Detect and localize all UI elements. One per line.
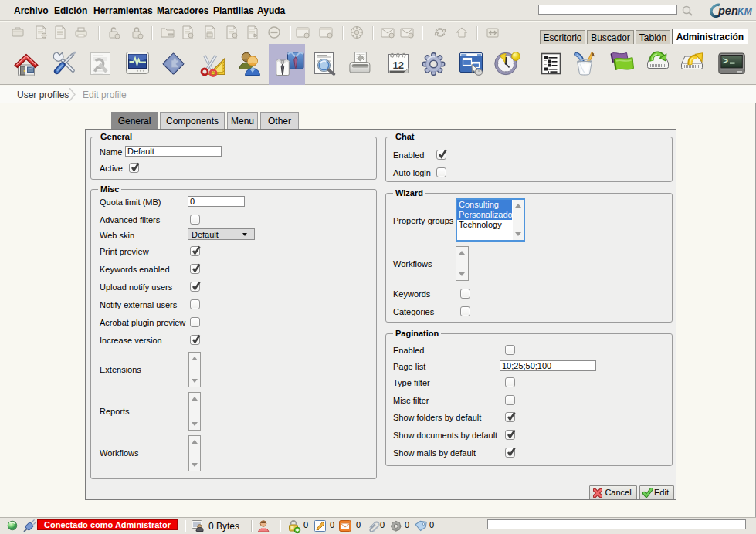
svg-text:12: 12 bbox=[393, 59, 404, 71]
svg-text:KM: KM bbox=[737, 6, 753, 17]
svg-text:>: > bbox=[723, 56, 728, 66]
svg-text:pen: pen bbox=[717, 5, 738, 17]
